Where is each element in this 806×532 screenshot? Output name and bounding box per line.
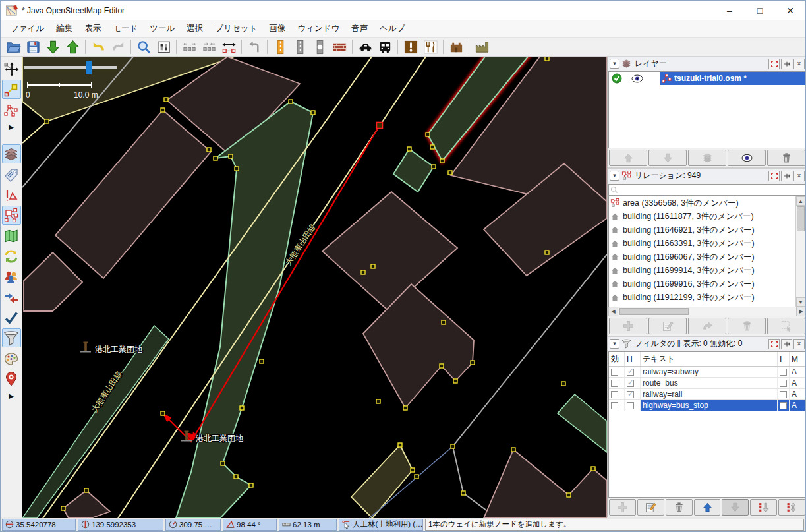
filter-inverted-checkbox[interactable] <box>780 369 787 376</box>
collapse-panel-button[interactable]: ▼ <box>610 59 619 69</box>
menu-edit[interactable]: 編集 <box>50 20 78 37</box>
select-move-tool[interactable] <box>2 59 21 78</box>
detach-panel-button[interactable] <box>768 339 780 349</box>
delete-filter-button[interactable] <box>666 499 693 516</box>
redo-button[interactable] <box>108 38 128 56</box>
relation-list-item[interactable]: building (11699916, 3件のメンバー) <box>609 278 795 291</box>
edit-relation-button[interactable] <box>648 318 687 334</box>
restaurant-preset-button[interactable] <box>420 38 440 56</box>
filter-enabled-checkbox[interactable] <box>611 380 618 387</box>
filter-enabled-checkbox[interactable] <box>611 402 618 409</box>
layer-visibility-eye-icon[interactable] <box>631 74 643 83</box>
move-filter-down-button[interactable] <box>722 499 749 516</box>
zoom-button[interactable] <box>134 38 154 56</box>
filter-enabled-checkbox[interactable] <box>611 391 618 398</box>
preferences-button[interactable] <box>154 38 173 56</box>
close-panel-button[interactable]: × <box>793 59 805 69</box>
merge-nodes-button[interactable] <box>199 38 219 56</box>
sidebar-filter-toggle[interactable] <box>2 328 21 347</box>
relation-list-item[interactable]: building (11916067, 3件のメンバー) <box>609 305 795 307</box>
relation-list-item[interactable]: building (11696067, 3件のメンバー) <box>609 251 795 264</box>
menu-mode[interactable]: モード <box>107 20 144 37</box>
relations-horizontal-scrollbar[interactable]: ◀ ▶ <box>608 307 806 316</box>
sidebar-conflicts-toggle[interactable] <box>2 287 21 307</box>
edit-filter-button[interactable] <box>637 499 664 516</box>
move-filter-up-button[interactable] <box>694 499 721 516</box>
stick-panel-button[interactable] <box>781 339 792 349</box>
filter-hiding-checkbox[interactable] <box>627 391 634 398</box>
car-button[interactable] <box>355 38 375 56</box>
sidebar-minimap-toggle[interactable] <box>2 226 21 245</box>
wall-button[interactable] <box>330 38 349 56</box>
toggle-layer-visibility-button[interactable] <box>728 150 766 166</box>
menu-tools[interactable]: ツール <box>144 20 181 37</box>
sidebar-selection-toggle[interactable] <box>2 185 21 204</box>
scroll-left-arrow[interactable]: ◀ <box>609 307 618 316</box>
relation-list-item[interactable]: building (11663391, 3件のメンバー) <box>609 237 795 251</box>
stick-panel-button[interactable] <box>781 59 792 69</box>
detach-panel-button[interactable] <box>768 171 780 181</box>
bus-button[interactable] <box>375 38 395 56</box>
scroll-right-arrow[interactable]: ▶ <box>796 307 805 316</box>
filter-inverted-checkbox[interactable] <box>780 380 787 387</box>
filter-row[interactable]: route=bus A <box>609 378 805 389</box>
filter-hiding-checkbox[interactable] <box>627 402 634 409</box>
draw-node-tool[interactable] <box>2 80 21 99</box>
relation-list-item[interactable]: building (11646921, 3件のメンバー) <box>609 223 795 237</box>
minimize-button[interactable]: – <box>714 1 745 20</box>
map-canvas[interactable]: 大熊東山田線 大熊東山田線 港北工業団地 港北工業団地 0 10.0 m <box>22 57 607 518</box>
duplicate-relation-button[interactable] <box>688 318 726 334</box>
close-panel-button[interactable]: × <box>793 339 805 349</box>
sidebar-changeset-toggle[interactable] <box>2 247 21 266</box>
menu-presets[interactable]: プリセット <box>209 20 263 37</box>
warning-preset-button[interactable] <box>401 38 420 56</box>
sidebar-download-location-toggle[interactable] <box>2 369 21 388</box>
relation-list-item[interactable]: area (3356568, 3件のメンバー) <box>609 196 795 210</box>
scroll-down-arrow[interactable]: ▼ <box>796 297 805 307</box>
more-modes-button[interactable]: ▶ <box>2 121 21 133</box>
sidebar-relations-toggle[interactable] <box>2 206 21 225</box>
close-button[interactable]: ✕ <box>775 1 805 20</box>
menu-imagery[interactable]: 画像 <box>263 20 291 37</box>
sort-filters-button[interactable] <box>778 499 805 516</box>
filter-row[interactable]: railway=subway A <box>609 367 805 378</box>
orthogonalize-button[interactable] <box>245 38 264 56</box>
relation-list-item[interactable]: building (11611877, 3件のメンバー) <box>609 210 795 224</box>
filter-hiding-checkbox[interactable] <box>627 380 634 387</box>
filter-row[interactable]: railway=rail A <box>609 389 805 400</box>
detach-panel-button[interactable] <box>768 59 780 69</box>
collapse-panel-button[interactable]: ▼ <box>610 339 619 349</box>
relations-vertical-scrollbar[interactable]: ▲ ▼ <box>795 196 805 307</box>
menu-file[interactable]: ファイル <box>5 20 50 37</box>
scrollbar-thumb[interactable] <box>797 206 805 231</box>
castle-preset-button[interactable] <box>446 38 466 56</box>
open-button[interactable] <box>3 38 23 56</box>
move-layer-down-button[interactable] <box>648 150 687 166</box>
filter-hiding-checkbox[interactable] <box>627 369 634 376</box>
combine-ways-button[interactable] <box>219 38 239 56</box>
improve-way-accuracy-tool[interactable] <box>2 100 21 119</box>
scroll-up-arrow[interactable]: ▲ <box>796 196 805 206</box>
maximize-button[interactable]: □ <box>745 1 775 20</box>
unglue-ways-button[interactable] <box>179 38 199 56</box>
menu-windows[interactable]: ウィンドウ <box>291 20 345 37</box>
road-button[interactable] <box>290 38 310 56</box>
collapse-panel-button[interactable]: ▼ <box>610 171 619 181</box>
filter-enabled-checkbox[interactable] <box>611 369 618 376</box>
add-filter-button[interactable] <box>609 499 636 516</box>
sidebar-tags-toggle[interactable] <box>2 165 21 184</box>
stick-panel-button[interactable] <box>781 171 792 181</box>
filter-row-selected[interactable]: highway=bus_stop A <box>609 400 805 411</box>
works-preset-button[interactable] <box>472 38 492 56</box>
undo-button[interactable] <box>88 38 108 56</box>
relation-list-item[interactable]: building (11912199, 3件のメンバー) <box>609 291 795 305</box>
download-button[interactable] <box>43 38 63 56</box>
menu-audio[interactable]: 音声 <box>345 20 374 37</box>
sidebar-layers-toggle[interactable] <box>2 144 21 163</box>
relation-list-item[interactable]: building (11699914, 3件のメンバー) <box>609 264 795 278</box>
new-relation-button[interactable] <box>609 318 647 334</box>
menu-help[interactable]: ヘルプ <box>374 20 411 37</box>
menu-selection[interactable]: 選択 <box>181 20 209 37</box>
sort-filters-down-button[interactable] <box>750 499 777 516</box>
move-layer-up-button[interactable] <box>609 150 647 166</box>
